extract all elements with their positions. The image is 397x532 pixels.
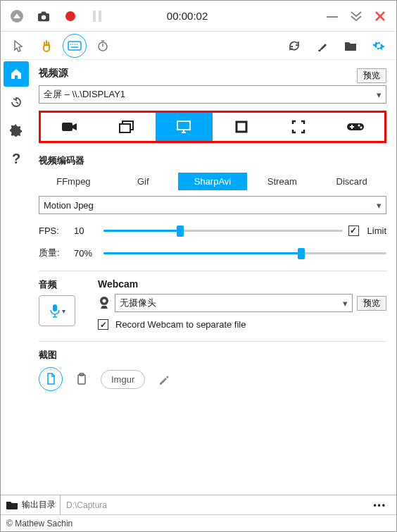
fps-limit-label: Limit (367, 225, 386, 236)
minimize-button[interactable] (320, 4, 344, 28)
encoder-codec-select[interactable]: Motion Jpeg ▾ (39, 196, 386, 214)
video-source-heading: 视频源 (39, 67, 68, 80)
source-region-button[interactable] (213, 113, 270, 141)
timer-text: 00:00:02 (167, 10, 208, 22)
encoder-tab-discard[interactable]: Discard (317, 173, 386, 190)
output-label: 输出目录 (22, 499, 56, 511)
svg-point-25 (358, 125, 360, 127)
svg-rect-3 (327, 16, 338, 18)
svg-rect-20 (177, 121, 190, 130)
audio-heading: 音频 (39, 278, 88, 291)
webcam-icon (98, 296, 111, 310)
click-mode-button[interactable] (34, 34, 58, 58)
encoder-tab-ffmpeg[interactable]: FFmpeg (39, 173, 108, 190)
svg-point-31 (103, 299, 106, 303)
nav-home-button[interactable] (4, 61, 29, 87)
fps-value: 10 (74, 225, 98, 236)
fps-slider[interactable] (103, 224, 343, 237)
nav-help-button[interactable]: ? (4, 146, 29, 171)
webcam-separate-file-label: Record Webcam to separate file (115, 319, 246, 330)
webcam-selected-text: 无摄像头 (120, 297, 156, 309)
folder-button[interactable] (339, 34, 363, 58)
screenshot-imgur-button[interactable]: Imgur (101, 370, 145, 389)
source-fullscreen-button[interactable] (270, 113, 327, 141)
svg-rect-2 (99, 11, 101, 22)
folder-icon (6, 501, 18, 509)
screenshot-button[interactable] (32, 4, 56, 28)
collapse-button[interactable] (5, 4, 29, 28)
nav-recent-button[interactable] (4, 89, 29, 115)
left-nav: ? (1, 60, 32, 495)
video-source-selected-text: 全屏 – \\.\DISPLAY1 (44, 88, 125, 101)
svg-rect-28 (351, 125, 353, 129)
svg-rect-29 (53, 304, 57, 311)
timer-mode-button[interactable] (91, 34, 115, 58)
screenshot-clipboard-button[interactable] (70, 367, 94, 391)
encoder-heading: 视频编码器 (39, 154, 386, 167)
chevron-down-icon: ▾ (377, 89, 382, 100)
source-windows-button[interactable] (98, 113, 155, 141)
expand-down-button[interactable] (344, 4, 368, 28)
svg-point-0 (42, 15, 46, 19)
brush-button[interactable] (310, 34, 334, 58)
refresh-button[interactable] (282, 34, 306, 58)
keystroke-mode-button[interactable] (63, 34, 87, 58)
chevron-down-icon: ▾ (62, 307, 65, 315)
encoder-tab-gif[interactable]: Gif (108, 173, 178, 190)
svg-rect-23 (237, 122, 246, 132)
svg-rect-1 (93, 11, 96, 22)
webcam-preview-button[interactable]: 预览 (357, 296, 386, 311)
quality-value: 70% (74, 248, 98, 259)
source-monitor-button[interactable] (156, 113, 213, 141)
chevron-down-icon: ▾ (343, 298, 348, 309)
quality-label: 质量: (39, 247, 68, 259)
fps-label: FPS: (39, 225, 68, 236)
encoder-tab-sharpavi[interactable]: SharpAvi (178, 173, 248, 190)
video-source-type-row (39, 111, 386, 143)
output-path-input[interactable]: D:\Captura (60, 495, 365, 514)
encoder-tab-stream[interactable]: Stream (247, 173, 317, 190)
settings-button[interactable] (367, 34, 391, 58)
main-content: 视频源 预览 全屏 – \\.\DISPLAY1 ▾ (32, 60, 396, 495)
quality-slider[interactable] (103, 247, 386, 259)
svg-rect-17 (62, 123, 73, 131)
screenshot-heading: 截图 (39, 349, 386, 361)
screenshot-edit-button[interactable] (152, 367, 176, 391)
encoder-codec-selected-text: Motion Jpeg (44, 200, 94, 211)
svg-rect-32 (78, 375, 85, 384)
video-source-preview-button[interactable]: 预览 (357, 68, 386, 83)
pause-button[interactable] (85, 4, 109, 28)
webcam-heading: Webcam (98, 278, 386, 290)
webcam-separate-file-checkbox[interactable] (98, 319, 108, 330)
copyright-footer: © Mathew Sachin (1, 514, 396, 531)
source-game-button[interactable] (327, 113, 384, 141)
output-browse-button[interactable]: ••• (369, 500, 391, 510)
chevron-down-icon: ▾ (377, 200, 382, 211)
svg-rect-6 (68, 42, 81, 50)
svg-rect-19 (120, 124, 130, 132)
mode-toolbar (1, 32, 396, 60)
video-source-select[interactable]: 全屏 – \\.\DISPLAY1 ▾ (39, 85, 386, 104)
close-button[interactable] (368, 4, 392, 28)
svg-line-15 (16, 102, 18, 104)
screenshot-file-button[interactable] (39, 367, 63, 391)
webcam-select[interactable]: 无摄像头 ▾ (115, 294, 353, 312)
fps-limit-checkbox[interactable] (348, 225, 359, 236)
output-footer: 输出目录 D:\Captura ••• (1, 495, 396, 514)
svg-point-26 (360, 127, 363, 129)
encoder-tabs: FFmpeg Gif SharpAvi Stream Discard (39, 173, 386, 190)
audio-mic-button[interactable]: ▾ (39, 295, 75, 326)
titlebar: 00:00:02 (1, 1, 396, 32)
output-path-placeholder: D:\Captura (66, 500, 107, 510)
copyright-text: © Mathew Sachin (6, 519, 73, 528)
source-camera-button[interactable] (41, 113, 98, 141)
nav-settings-button[interactable] (4, 118, 29, 143)
record-button[interactable] (58, 4, 82, 28)
cursor-mode-button[interactable] (6, 34, 30, 58)
